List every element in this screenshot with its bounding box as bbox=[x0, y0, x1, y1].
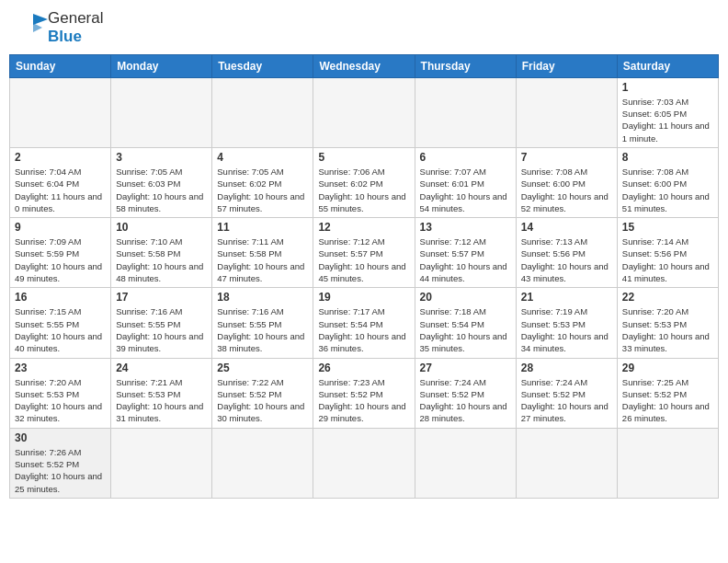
logo-general-text: General bbox=[48, 9, 103, 28]
day-number: 24 bbox=[116, 362, 207, 374]
svg-marker-1 bbox=[33, 14, 48, 25]
calendar-cell bbox=[313, 77, 415, 147]
day-number: 19 bbox=[318, 291, 409, 304]
day-info: Sunrise: 7:24 AM Sunset: 5:52 PM Dayligh… bbox=[521, 376, 612, 425]
day-info: Sunrise: 7:19 AM Sunset: 5:53 PM Dayligh… bbox=[521, 305, 612, 354]
day-number: 2 bbox=[15, 151, 106, 164]
calendar-cell bbox=[617, 428, 718, 498]
week-row-2: 2Sunrise: 7:04 AM Sunset: 6:04 PM Daylig… bbox=[10, 147, 719, 217]
day-number: 26 bbox=[318, 362, 409, 374]
day-number: 20 bbox=[420, 291, 511, 304]
calendar-cell: 7Sunrise: 7:08 AM Sunset: 6:00 PM Daylig… bbox=[516, 147, 617, 217]
calendar-cell: 9Sunrise: 7:09 AM Sunset: 5:59 PM Daylig… bbox=[10, 218, 111, 288]
calendar-cell: 27Sunrise: 7:24 AM Sunset: 5:52 PM Dayli… bbox=[415, 358, 516, 428]
weekday-header-wednesday: Wednesday bbox=[313, 54, 415, 77]
day-info: Sunrise: 7:07 AM Sunset: 6:01 PM Dayligh… bbox=[420, 166, 511, 214]
calendar-cell bbox=[516, 428, 617, 498]
calendar: SundayMondayTuesdayWednesdayThursdayFrid… bbox=[9, 54, 719, 499]
day-info: Sunrise: 7:13 AM Sunset: 5:56 PM Dayligh… bbox=[521, 236, 612, 284]
day-info: Sunrise: 7:20 AM Sunset: 5:53 PM Dayligh… bbox=[15, 376, 106, 425]
calendar-cell: 20Sunrise: 7:18 AM Sunset: 5:54 PM Dayli… bbox=[415, 288, 516, 358]
weekday-header-saturday: Saturday bbox=[617, 54, 718, 77]
weekday-header-monday: Monday bbox=[111, 54, 212, 77]
day-info: Sunrise: 7:05 AM Sunset: 6:03 PM Dayligh… bbox=[116, 166, 207, 214]
calendar-cell: 2Sunrise: 7:04 AM Sunset: 6:04 PM Daylig… bbox=[10, 147, 111, 217]
calendar-cell: 22Sunrise: 7:20 AM Sunset: 5:53 PM Dayli… bbox=[617, 288, 718, 358]
day-number: 13 bbox=[420, 221, 511, 234]
logo-blue-text: Blue bbox=[48, 28, 103, 46]
day-info: Sunrise: 7:03 AM Sunset: 6:05 PM Dayligh… bbox=[622, 96, 713, 144]
day-info: Sunrise: 7:12 AM Sunset: 5:57 PM Dayligh… bbox=[420, 236, 511, 284]
day-info: Sunrise: 7:11 AM Sunset: 5:58 PM Dayligh… bbox=[217, 236, 308, 284]
day-info: Sunrise: 7:23 AM Sunset: 5:52 PM Dayligh… bbox=[318, 376, 409, 425]
calendar-cell: 4Sunrise: 7:05 AM Sunset: 6:02 PM Daylig… bbox=[212, 147, 313, 217]
day-number: 11 bbox=[217, 221, 308, 234]
calendar-cell: 14Sunrise: 7:13 AM Sunset: 5:56 PM Dayli… bbox=[516, 218, 617, 288]
day-info: Sunrise: 7:09 AM Sunset: 5:59 PM Dayligh… bbox=[15, 236, 106, 284]
week-row-5: 23Sunrise: 7:20 AM Sunset: 5:53 PM Dayli… bbox=[10, 358, 719, 428]
day-number: 12 bbox=[318, 221, 409, 234]
calendar-cell bbox=[415, 77, 516, 147]
calendar-cell bbox=[313, 428, 415, 498]
day-info: Sunrise: 7:25 AM Sunset: 5:52 PM Dayligh… bbox=[622, 376, 713, 425]
day-info: Sunrise: 7:26 AM Sunset: 5:52 PM Dayligh… bbox=[15, 446, 106, 495]
calendar-cell: 28Sunrise: 7:24 AM Sunset: 5:52 PM Dayli… bbox=[516, 358, 617, 428]
day-info: Sunrise: 7:10 AM Sunset: 5:58 PM Dayligh… bbox=[116, 236, 207, 284]
day-info: Sunrise: 7:21 AM Sunset: 5:53 PM Dayligh… bbox=[116, 376, 207, 425]
day-number: 3 bbox=[116, 151, 207, 164]
logo-flag-icon bbox=[13, 10, 51, 45]
calendar-cell bbox=[111, 428, 212, 498]
weekday-header-thursday: Thursday bbox=[415, 54, 516, 77]
day-info: Sunrise: 7:08 AM Sunset: 6:00 PM Dayligh… bbox=[521, 166, 612, 214]
day-info: Sunrise: 7:16 AM Sunset: 5:55 PM Dayligh… bbox=[217, 305, 308, 354]
day-info: Sunrise: 7:06 AM Sunset: 6:02 PM Dayligh… bbox=[318, 166, 409, 214]
week-row-4: 16Sunrise: 7:15 AM Sunset: 5:55 PM Dayli… bbox=[10, 288, 719, 358]
day-number: 9 bbox=[15, 221, 106, 234]
weekday-header-tuesday: Tuesday bbox=[212, 54, 313, 77]
day-info: Sunrise: 7:20 AM Sunset: 5:53 PM Dayligh… bbox=[622, 305, 713, 354]
calendar-cell bbox=[111, 77, 212, 147]
calendar-cell bbox=[212, 77, 313, 147]
weekday-header-friday: Friday bbox=[516, 54, 617, 77]
day-number: 27 bbox=[420, 362, 511, 374]
calendar-cell: 1Sunrise: 7:03 AM Sunset: 6:05 PM Daylig… bbox=[617, 77, 718, 147]
calendar-cell: 10Sunrise: 7:10 AM Sunset: 5:58 PM Dayli… bbox=[111, 218, 212, 288]
day-number: 1 bbox=[622, 81, 713, 94]
calendar-cell: 29Sunrise: 7:25 AM Sunset: 5:52 PM Dayli… bbox=[617, 358, 718, 428]
calendar-cell: 23Sunrise: 7:20 AM Sunset: 5:53 PM Dayli… bbox=[10, 358, 111, 428]
svg-rect-0 bbox=[13, 10, 31, 45]
day-info: Sunrise: 7:17 AM Sunset: 5:54 PM Dayligh… bbox=[318, 305, 409, 354]
day-info: Sunrise: 7:18 AM Sunset: 5:54 PM Dayligh… bbox=[420, 305, 511, 354]
logo: General Blue bbox=[13, 9, 103, 47]
header: General Blue bbox=[9, 9, 719, 47]
calendar-cell: 19Sunrise: 7:17 AM Sunset: 5:54 PM Dayli… bbox=[313, 288, 415, 358]
calendar-cell: 16Sunrise: 7:15 AM Sunset: 5:55 PM Dayli… bbox=[10, 288, 111, 358]
day-number: 29 bbox=[622, 362, 713, 374]
day-info: Sunrise: 7:15 AM Sunset: 5:55 PM Dayligh… bbox=[15, 305, 106, 354]
day-info: Sunrise: 7:14 AM Sunset: 5:56 PM Dayligh… bbox=[622, 236, 713, 284]
svg-marker-2 bbox=[33, 23, 42, 32]
day-info: Sunrise: 7:12 AM Sunset: 5:57 PM Dayligh… bbox=[318, 236, 409, 284]
calendar-cell: 15Sunrise: 7:14 AM Sunset: 5:56 PM Dayli… bbox=[617, 218, 718, 288]
day-number: 7 bbox=[521, 151, 612, 164]
day-number: 22 bbox=[622, 291, 713, 304]
calendar-cell bbox=[415, 428, 516, 498]
day-number: 23 bbox=[15, 362, 106, 374]
calendar-cell bbox=[212, 428, 313, 498]
week-row-6: 30Sunrise: 7:26 AM Sunset: 5:52 PM Dayli… bbox=[10, 428, 719, 498]
day-number: 14 bbox=[521, 221, 612, 234]
day-info: Sunrise: 7:16 AM Sunset: 5:55 PM Dayligh… bbox=[116, 305, 207, 354]
calendar-cell: 13Sunrise: 7:12 AM Sunset: 5:57 PM Dayli… bbox=[415, 218, 516, 288]
day-number: 4 bbox=[217, 151, 308, 164]
day-number: 25 bbox=[217, 362, 308, 374]
calendar-cell: 18Sunrise: 7:16 AM Sunset: 5:55 PM Dayli… bbox=[212, 288, 313, 358]
calendar-cell: 25Sunrise: 7:22 AM Sunset: 5:52 PM Dayli… bbox=[212, 358, 313, 428]
day-info: Sunrise: 7:24 AM Sunset: 5:52 PM Dayligh… bbox=[420, 376, 511, 425]
calendar-cell: 6Sunrise: 7:07 AM Sunset: 6:01 PM Daylig… bbox=[415, 147, 516, 217]
week-row-3: 9Sunrise: 7:09 AM Sunset: 5:59 PM Daylig… bbox=[10, 218, 719, 288]
calendar-cell: 26Sunrise: 7:23 AM Sunset: 5:52 PM Dayli… bbox=[313, 358, 415, 428]
day-info: Sunrise: 7:08 AM Sunset: 6:00 PM Dayligh… bbox=[622, 166, 713, 214]
day-info: Sunrise: 7:22 AM Sunset: 5:52 PM Dayligh… bbox=[217, 376, 308, 425]
day-number: 18 bbox=[217, 291, 308, 304]
day-number: 30 bbox=[15, 431, 106, 444]
